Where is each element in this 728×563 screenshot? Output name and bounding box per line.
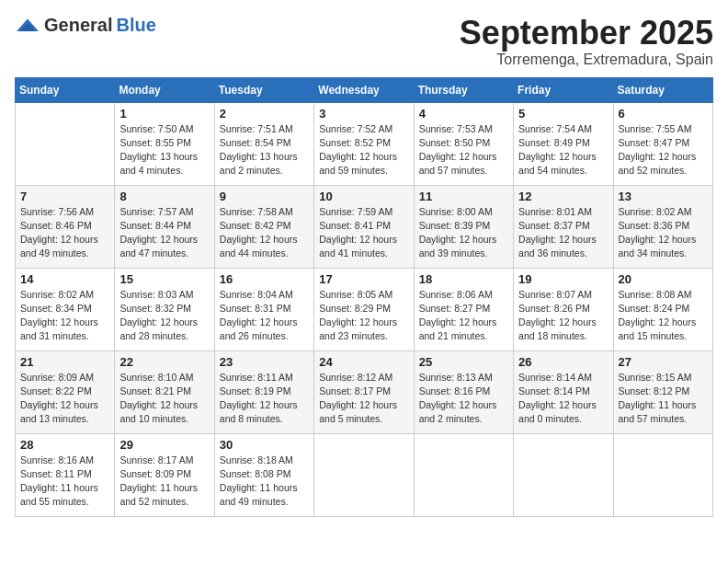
- calendar-cell: 27Sunrise: 8:15 AM Sunset: 8:12 PM Dayli…: [613, 350, 712, 433]
- day-info: Sunrise: 8:13 AM Sunset: 8:16 PM Dayligh…: [419, 371, 508, 427]
- day-number: 11: [419, 190, 508, 203]
- calendar-cell: 29Sunrise: 8:17 AM Sunset: 8:09 PM Dayli…: [115, 433, 214, 516]
- calendar-cell: 16Sunrise: 8:04 AM Sunset: 8:31 PM Dayli…: [214, 268, 313, 350]
- day-number: 25: [419, 355, 508, 369]
- day-number: 2: [220, 107, 309, 121]
- calendar-cell: 3Sunrise: 7:52 AM Sunset: 8:52 PM Daylig…: [314, 102, 414, 185]
- calendar-cell: 28Sunrise: 8:16 AM Sunset: 8:11 PM Dayli…: [16, 433, 115, 516]
- day-number: 4: [419, 107, 508, 121]
- logo: GeneralBlue: [15, 15, 156, 36]
- calendar-cell: 23Sunrise: 8:11 AM Sunset: 8:19 PM Dayli…: [214, 350, 313, 433]
- calendar-cell: 5Sunrise: 7:54 AM Sunset: 8:49 PM Daylig…: [514, 102, 613, 185]
- calendar-cell: 19Sunrise: 8:07 AM Sunset: 8:26 PM Dayli…: [514, 268, 613, 350]
- day-info: Sunrise: 8:02 AM Sunset: 8:36 PM Dayligh…: [619, 205, 708, 261]
- day-info: Sunrise: 8:00 AM Sunset: 8:39 PM Dayligh…: [419, 205, 508, 261]
- calendar-cell: 25Sunrise: 8:13 AM Sunset: 8:16 PM Dayli…: [414, 350, 513, 433]
- day-info: Sunrise: 8:09 AM Sunset: 8:22 PM Dayligh…: [20, 371, 109, 427]
- day-info: Sunrise: 8:08 AM Sunset: 8:24 PM Dayligh…: [619, 288, 708, 344]
- calendar-cell: 10Sunrise: 7:59 AM Sunset: 8:41 PM Dayli…: [314, 185, 414, 268]
- day-info: Sunrise: 8:05 AM Sunset: 8:29 PM Dayligh…: [319, 288, 408, 344]
- day-number: 28: [20, 438, 109, 452]
- day-number: 23: [220, 355, 309, 369]
- day-number: 20: [619, 272, 708, 286]
- header-row: SundayMondayTuesdayWednesdayThursdayFrid…: [16, 77, 713, 102]
- calendar-cell: [613, 433, 712, 516]
- day-info: Sunrise: 7:54 AM Sunset: 8:49 PM Dayligh…: [518, 122, 608, 178]
- calendar-cell: 20Sunrise: 8:08 AM Sunset: 8:24 PM Dayli…: [613, 268, 712, 350]
- day-number: 15: [119, 272, 209, 286]
- month-title: September 2025: [460, 15, 713, 52]
- calendar-cell: [314, 433, 414, 516]
- day-info: Sunrise: 8:10 AM Sunset: 8:21 PM Dayligh…: [119, 371, 209, 427]
- week-row-2: 7Sunrise: 7:56 AM Sunset: 8:46 PM Daylig…: [16, 185, 713, 268]
- day-info: Sunrise: 7:55 AM Sunset: 8:47 PM Dayligh…: [619, 122, 708, 178]
- day-info: Sunrise: 8:16 AM Sunset: 8:11 PM Dayligh…: [20, 454, 109, 510]
- day-info: Sunrise: 8:04 AM Sunset: 8:31 PM Dayligh…: [220, 288, 309, 344]
- header-monday: Monday: [115, 77, 214, 102]
- calendar-cell: 18Sunrise: 8:06 AM Sunset: 8:27 PM Dayli…: [414, 268, 513, 350]
- day-number: 27: [619, 355, 708, 369]
- day-number: 7: [20, 190, 109, 203]
- day-number: 3: [319, 107, 408, 121]
- calendar-cell: 12Sunrise: 8:01 AM Sunset: 8:37 PM Dayli…: [514, 185, 613, 268]
- day-number: 19: [518, 272, 608, 286]
- title-area: September 2025 Torremenga, Extremadura, …: [460, 15, 713, 68]
- calendar-cell: 4Sunrise: 7:53 AM Sunset: 8:50 PM Daylig…: [414, 102, 513, 185]
- day-number: 22: [119, 355, 209, 369]
- day-number: 12: [518, 190, 608, 203]
- day-number: 16: [220, 272, 309, 286]
- day-number: 17: [319, 272, 408, 286]
- day-number: 18: [419, 272, 508, 286]
- week-row-3: 14Sunrise: 8:02 AM Sunset: 8:34 PM Dayli…: [16, 268, 713, 350]
- day-info: Sunrise: 8:03 AM Sunset: 8:32 PM Dayligh…: [119, 288, 209, 344]
- calendar-cell: 7Sunrise: 7:56 AM Sunset: 8:46 PM Daylig…: [16, 185, 115, 268]
- calendar-table: SundayMondayTuesdayWednesdayThursdayFrid…: [15, 77, 713, 517]
- day-info: Sunrise: 8:18 AM Sunset: 8:08 PM Dayligh…: [220, 454, 309, 510]
- day-info: Sunrise: 8:01 AM Sunset: 8:37 PM Dayligh…: [518, 205, 608, 261]
- calendar-cell: 24Sunrise: 8:12 AM Sunset: 8:17 PM Dayli…: [314, 350, 414, 433]
- header-sunday: Sunday: [16, 77, 115, 102]
- day-info: Sunrise: 7:50 AM Sunset: 8:55 PM Dayligh…: [119, 122, 209, 178]
- calendar-cell: 22Sunrise: 8:10 AM Sunset: 8:21 PM Dayli…: [115, 350, 214, 433]
- day-info: Sunrise: 8:11 AM Sunset: 8:19 PM Dayligh…: [220, 371, 309, 427]
- day-info: Sunrise: 7:53 AM Sunset: 8:50 PM Dayligh…: [419, 122, 508, 178]
- day-number: 30: [220, 438, 309, 452]
- calendar-cell: 11Sunrise: 8:00 AM Sunset: 8:39 PM Dayli…: [414, 185, 513, 268]
- header-wednesday: Wednesday: [314, 77, 414, 102]
- day-info: Sunrise: 7:57 AM Sunset: 8:44 PM Dayligh…: [119, 205, 209, 261]
- day-info: Sunrise: 8:15 AM Sunset: 8:12 PM Dayligh…: [619, 371, 708, 427]
- calendar-cell: 6Sunrise: 7:55 AM Sunset: 8:47 PM Daylig…: [613, 102, 712, 185]
- header-tuesday: Tuesday: [214, 77, 313, 102]
- day-info: Sunrise: 7:52 AM Sunset: 8:52 PM Dayligh…: [319, 122, 408, 178]
- calendar-cell: 13Sunrise: 8:02 AM Sunset: 8:36 PM Dayli…: [613, 185, 712, 268]
- day-number: 29: [119, 438, 209, 452]
- location-title: Torremenga, Extremadura, Spain: [460, 52, 713, 68]
- day-info: Sunrise: 7:58 AM Sunset: 8:42 PM Dayligh…: [220, 205, 309, 261]
- logo-blue-text: Blue: [116, 15, 155, 36]
- calendar-cell: 15Sunrise: 8:03 AM Sunset: 8:32 PM Dayli…: [115, 268, 214, 350]
- calendar-cell: 30Sunrise: 8:18 AM Sunset: 8:08 PM Dayli…: [214, 433, 313, 516]
- day-info: Sunrise: 8:14 AM Sunset: 8:14 PM Dayligh…: [518, 371, 608, 427]
- day-info: Sunrise: 7:56 AM Sunset: 8:46 PM Dayligh…: [20, 205, 109, 261]
- header-saturday: Saturday: [613, 77, 712, 102]
- calendar-cell: 2Sunrise: 7:51 AM Sunset: 8:54 PM Daylig…: [214, 102, 313, 185]
- day-number: 8: [119, 190, 209, 203]
- day-number: 6: [619, 107, 708, 121]
- calendar-cell: [414, 433, 513, 516]
- day-info: Sunrise: 8:17 AM Sunset: 8:09 PM Dayligh…: [119, 454, 209, 510]
- day-number: 21: [20, 355, 109, 369]
- calendar-cell: 9Sunrise: 7:58 AM Sunset: 8:42 PM Daylig…: [214, 185, 313, 268]
- day-number: 14: [20, 272, 109, 286]
- day-number: 1: [119, 107, 209, 121]
- day-number: 24: [319, 355, 408, 369]
- calendar-cell: 26Sunrise: 8:14 AM Sunset: 8:14 PM Dayli…: [514, 350, 613, 433]
- calendar-cell: [514, 433, 613, 516]
- day-number: 5: [518, 107, 608, 121]
- calendar-cell: 14Sunrise: 8:02 AM Sunset: 8:34 PM Dayli…: [16, 268, 115, 350]
- logo-icon: [15, 17, 40, 34]
- week-row-1: 1Sunrise: 7:50 AM Sunset: 8:55 PM Daylig…: [16, 102, 713, 185]
- calendar-cell: 17Sunrise: 8:05 AM Sunset: 8:29 PM Dayli…: [314, 268, 414, 350]
- calendar-cell: [16, 102, 115, 185]
- day-number: 10: [319, 190, 408, 203]
- day-info: Sunrise: 8:12 AM Sunset: 8:17 PM Dayligh…: [319, 371, 408, 427]
